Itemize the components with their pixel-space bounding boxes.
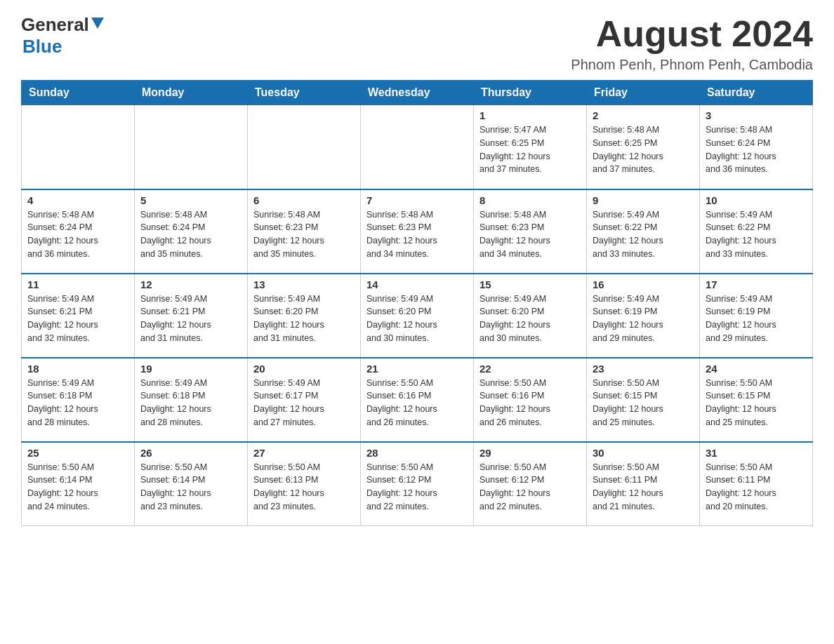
day-number: 10	[706, 194, 807, 206]
day-info: Sunrise: 5:48 AM Sunset: 6:25 PM Dayligh…	[593, 123, 694, 176]
day-number: 13	[253, 279, 355, 290]
table-row: 28Sunrise: 5:50 AM Sunset: 6:12 PM Dayli…	[361, 442, 474, 526]
day-info: Sunrise: 5:50 AM Sunset: 6:15 PM Dayligh…	[593, 377, 694, 429]
day-info: Sunrise: 5:48 AM Sunset: 6:24 PM Dayligh…	[140, 208, 241, 261]
day-number: 21	[366, 363, 468, 375]
day-info: Sunrise: 5:48 AM Sunset: 6:23 PM Dayligh…	[253, 208, 355, 261]
table-row: 11Sunrise: 5:49 AM Sunset: 6:21 PM Dayli…	[22, 274, 135, 358]
month-year-heading: August 2024	[571, 14, 813, 54]
day-number: 29	[479, 447, 581, 459]
table-row: 5Sunrise: 5:48 AM Sunset: 6:24 PM Daylig…	[135, 189, 248, 274]
day-number: 22	[479, 363, 581, 375]
day-info: Sunrise: 5:48 AM Sunset: 6:23 PM Dayligh…	[479, 208, 581, 261]
table-row: 4Sunrise: 5:48 AM Sunset: 6:24 PM Daylig…	[22, 189, 135, 274]
day-info: Sunrise: 5:49 AM Sunset: 6:21 PM Dayligh…	[140, 293, 241, 345]
day-info: Sunrise: 5:50 AM Sunset: 6:15 PM Dayligh…	[706, 377, 807, 429]
table-row	[135, 105, 248, 189]
day-info: Sunrise: 5:49 AM Sunset: 6:22 PM Dayligh…	[706, 208, 807, 261]
day-info: Sunrise: 5:48 AM Sunset: 6:24 PM Dayligh…	[706, 123, 807, 176]
day-number: 12	[140, 279, 241, 290]
day-number: 1	[479, 109, 581, 121]
table-row: 2Sunrise: 5:48 AM Sunset: 6:25 PM Daylig…	[587, 105, 700, 189]
table-row: 10Sunrise: 5:49 AM Sunset: 6:22 PM Dayli…	[700, 189, 813, 274]
table-row: 1Sunrise: 5:47 AM Sunset: 6:25 PM Daylig…	[474, 105, 587, 189]
table-row: 23Sunrise: 5:50 AM Sunset: 6:15 PM Dayli…	[587, 358, 700, 442]
day-info: Sunrise: 5:49 AM Sunset: 6:18 PM Dayligh…	[140, 377, 241, 429]
day-number: 19	[140, 363, 241, 375]
table-row: 19Sunrise: 5:49 AM Sunset: 6:18 PM Dayli…	[135, 358, 248, 442]
day-info: Sunrise: 5:50 AM Sunset: 6:12 PM Dayligh…	[366, 461, 468, 514]
day-number: 4	[27, 194, 128, 206]
day-number: 6	[253, 194, 355, 206]
day-number: 7	[366, 194, 468, 206]
table-row: 6Sunrise: 5:48 AM Sunset: 6:23 PM Daylig…	[248, 189, 361, 274]
day-number: 5	[140, 194, 241, 206]
table-row: 29Sunrise: 5:50 AM Sunset: 6:12 PM Dayli…	[474, 442, 587, 526]
table-row: 24Sunrise: 5:50 AM Sunset: 6:15 PM Dayli…	[700, 358, 813, 442]
calendar-week-row: 18Sunrise: 5:49 AM Sunset: 6:18 PM Dayli…	[22, 358, 813, 442]
day-info: Sunrise: 5:49 AM Sunset: 6:19 PM Dayligh…	[593, 293, 694, 345]
day-info: Sunrise: 5:47 AM Sunset: 6:25 PM Dayligh…	[479, 123, 581, 176]
location-text: Phnom Penh, Phnom Penh, Cambodia	[571, 57, 813, 73]
day-info: Sunrise: 5:49 AM Sunset: 6:18 PM Dayligh…	[27, 377, 128, 429]
table-row	[22, 105, 135, 189]
col-tuesday: Tuesday	[248, 81, 361, 105]
day-number: 26	[140, 447, 241, 459]
table-row: 3Sunrise: 5:48 AM Sunset: 6:24 PM Daylig…	[700, 105, 813, 189]
day-info: Sunrise: 5:48 AM Sunset: 6:23 PM Dayligh…	[366, 208, 468, 261]
table-row: 30Sunrise: 5:50 AM Sunset: 6:11 PM Dayli…	[587, 442, 700, 526]
day-info: Sunrise: 5:50 AM Sunset: 6:11 PM Dayligh…	[706, 461, 807, 514]
table-row: 12Sunrise: 5:49 AM Sunset: 6:21 PM Dayli…	[135, 274, 248, 358]
day-number: 9	[593, 194, 694, 206]
table-row: 22Sunrise: 5:50 AM Sunset: 6:16 PM Dayli…	[474, 358, 587, 442]
day-number: 14	[366, 279, 468, 290]
col-saturday: Saturday	[700, 81, 813, 105]
table-row: 13Sunrise: 5:49 AM Sunset: 6:20 PM Dayli…	[248, 274, 361, 358]
calendar-week-row: 11Sunrise: 5:49 AM Sunset: 6:21 PM Dayli…	[22, 274, 813, 358]
day-info: Sunrise: 5:49 AM Sunset: 6:21 PM Dayligh…	[27, 293, 128, 345]
day-number: 2	[593, 109, 694, 121]
day-info: Sunrise: 5:50 AM Sunset: 6:12 PM Dayligh…	[479, 461, 581, 514]
day-number: 27	[253, 447, 355, 459]
table-row	[361, 105, 474, 189]
table-row: 8Sunrise: 5:48 AM Sunset: 6:23 PM Daylig…	[474, 189, 587, 274]
day-info: Sunrise: 5:49 AM Sunset: 6:20 PM Dayligh…	[479, 293, 581, 345]
col-friday: Friday	[587, 81, 700, 105]
day-number: 20	[253, 363, 355, 375]
day-number: 16	[593, 279, 694, 290]
calendar-week-row: 1Sunrise: 5:47 AM Sunset: 6:25 PM Daylig…	[22, 105, 813, 189]
day-number: 15	[479, 279, 581, 290]
table-row: 9Sunrise: 5:49 AM Sunset: 6:22 PM Daylig…	[587, 189, 700, 274]
day-info: Sunrise: 5:50 AM Sunset: 6:16 PM Dayligh…	[366, 377, 468, 429]
days-of-week-row: Sunday Monday Tuesday Wednesday Thursday…	[22, 81, 813, 105]
day-info: Sunrise: 5:49 AM Sunset: 6:20 PM Dayligh…	[253, 293, 355, 345]
logo-blue-line: Blue	[21, 36, 62, 58]
logo-general-text: General	[21, 14, 89, 36]
logo-arrow-icon	[91, 18, 104, 33]
day-info: Sunrise: 5:50 AM Sunset: 6:16 PM Dayligh…	[479, 377, 581, 429]
day-number: 8	[479, 194, 581, 206]
day-info: Sunrise: 5:49 AM Sunset: 6:19 PM Dayligh…	[706, 293, 807, 345]
day-info: Sunrise: 5:49 AM Sunset: 6:20 PM Dayligh…	[366, 293, 468, 345]
logo: General Blue	[21, 14, 104, 58]
day-info: Sunrise: 5:48 AM Sunset: 6:24 PM Dayligh…	[27, 208, 128, 261]
day-info: Sunrise: 5:49 AM Sunset: 6:17 PM Dayligh…	[253, 377, 355, 429]
calendar-table: Sunday Monday Tuesday Wednesday Thursday…	[21, 80, 813, 526]
day-info: Sunrise: 5:50 AM Sunset: 6:14 PM Dayligh…	[140, 461, 241, 514]
svg-marker-0	[91, 18, 104, 29]
logo-line: General	[21, 14, 104, 36]
table-row: 21Sunrise: 5:50 AM Sunset: 6:16 PM Dayli…	[361, 358, 474, 442]
table-row: 15Sunrise: 5:49 AM Sunset: 6:20 PM Dayli…	[474, 274, 587, 358]
day-number: 25	[27, 447, 128, 459]
table-row: 18Sunrise: 5:49 AM Sunset: 6:18 PM Dayli…	[22, 358, 135, 442]
day-info: Sunrise: 5:50 AM Sunset: 6:13 PM Dayligh…	[253, 461, 355, 514]
table-row	[248, 105, 361, 189]
logo-blue-text: Blue	[22, 36, 62, 57]
table-row: 14Sunrise: 5:49 AM Sunset: 6:20 PM Dayli…	[361, 274, 474, 358]
calendar-week-row: 4Sunrise: 5:48 AM Sunset: 6:24 PM Daylig…	[22, 189, 813, 274]
table-row: 16Sunrise: 5:49 AM Sunset: 6:19 PM Dayli…	[587, 274, 700, 358]
table-row: 20Sunrise: 5:49 AM Sunset: 6:17 PM Dayli…	[248, 358, 361, 442]
day-number: 18	[27, 363, 128, 375]
day-number: 11	[27, 279, 128, 290]
title-section: August 2024 Phnom Penh, Phnom Penh, Camb…	[571, 14, 813, 73]
